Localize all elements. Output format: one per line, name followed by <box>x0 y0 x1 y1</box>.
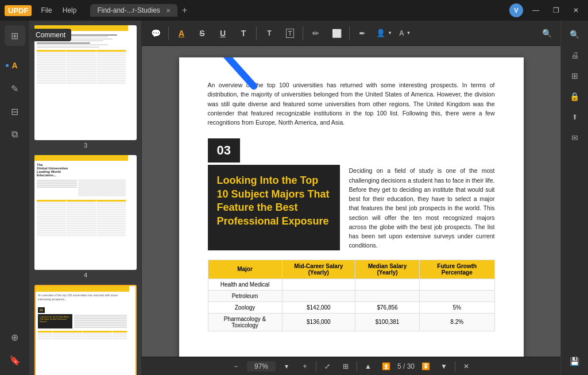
pdf-page: An overview of the top 100 universities … <box>179 57 524 357</box>
chevron-down-icon: ▾ <box>285 362 288 370</box>
double-chevron-up-icon: ⏫ <box>382 362 390 370</box>
highlight-icon: A <box>179 29 184 38</box>
close-bottom-button[interactable]: ✕ <box>459 359 474 374</box>
cell-mid-4: $136,000 <box>282 313 355 331</box>
active-tab[interactable]: Find-and-...r-Studies ✕ <box>90 4 177 17</box>
close-button[interactable]: ✕ <box>568 4 583 17</box>
prev-page-button[interactable]: ▲ <box>361 359 376 374</box>
user-avatar[interactable]: V <box>509 3 523 17</box>
cell-major-3: Zoology <box>208 301 282 313</box>
toolbar-separator-2 <box>256 26 257 40</box>
comment-tool-button[interactable]: 💬 <box>146 24 165 42</box>
search-button[interactable]: 🔍 <box>537 24 556 42</box>
cell-mid-1 <box>282 279 355 290</box>
table-header-major: Major <box>208 260 282 279</box>
table-row: Pharmacology & Toxicology $136,000 $100,… <box>208 313 494 331</box>
next-page-fast-button[interactable]: ⏬ <box>418 359 433 374</box>
user-stamp-dropdown[interactable]: 👤 ▼ <box>374 28 394 38</box>
underline-button[interactable]: U <box>214 24 232 42</box>
right-ocr-button[interactable]: ⊞ <box>566 67 584 85</box>
page-indicator: 5 / 30 <box>397 362 415 370</box>
toolbar-separator-3 <box>303 26 303 40</box>
stamp-dropdown[interactable]: A ▼ <box>397 28 413 38</box>
right-save-button[interactable]: 💾 <box>566 352 584 370</box>
total-pages: 30 <box>407 362 415 370</box>
save-icon: 💾 <box>570 357 579 366</box>
chevron-down-icon2: ▼ <box>440 362 447 370</box>
cell-med-2 <box>355 290 420 301</box>
sidebar-icon-pages[interactable]: ⊞ <box>5 25 25 46</box>
right-search-button[interactable]: 🔍 <box>566 25 584 44</box>
underline-icon: U <box>220 29 226 38</box>
pen-tool-button[interactable]: ✒ <box>353 24 372 42</box>
tab-close-button[interactable]: ✕ <box>166 7 171 14</box>
bottom-bar: − 97% ▾ + ⤢ ⊞ ▲ ⏫ 5 <box>142 357 560 375</box>
table-row: Health and Medical <box>208 279 494 290</box>
menu-help[interactable]: Help <box>58 4 82 17</box>
section-block: Looking Into the Top 10 Subject Majors T… <box>208 165 495 250</box>
text-color-button[interactable]: T <box>234 24 253 42</box>
double-chevron-down-icon: ⏬ <box>421 362 430 370</box>
zoom-out-icon: − <box>234 362 238 370</box>
zoom-dropdown-button[interactable]: ▾ <box>279 359 294 374</box>
table-row: Zoology $142,000 $76,856 5% <box>208 301 494 313</box>
window-controls: V — ❐ ✕ <box>509 3 583 17</box>
strikethrough-icon: S <box>199 29 204 38</box>
fit-page-button[interactable]: ⊞ <box>338 359 353 374</box>
share-icon: ⬆ <box>572 113 578 121</box>
page-separator: / <box>403 362 407 370</box>
zoom-level[interactable]: 97% <box>247 361 276 372</box>
ocr-icon: ⊞ <box>571 71 578 80</box>
mail-icon: ✉ <box>571 133 578 142</box>
fit-page-icon: ⊞ <box>343 362 349 370</box>
organize-icon: ⊟ <box>11 106 18 117</box>
sidebar-icon-bookmark[interactable]: 🔖 <box>5 350 25 370</box>
section-title-box: Looking Into the Top 10 Subject Majors T… <box>208 165 340 250</box>
pencil-button[interactable]: ✏ <box>307 24 325 42</box>
shape-button[interactable]: ⬜ <box>327 24 346 42</box>
highlight-icon: A <box>11 61 17 70</box>
section-number: 03 <box>208 138 240 163</box>
right-share-button[interactable]: ⬆ <box>566 108 584 126</box>
highlight-tool-button[interactable]: A <box>172 24 191 42</box>
right-sidebar: 🔍 🖨 ⊞ 🔒 ⬆ ✉ 💾 <box>560 21 588 375</box>
thumbnail-label-3: 3 <box>34 140 137 150</box>
cell-grow-2 <box>420 290 494 301</box>
add-tab-button[interactable]: + <box>177 4 192 17</box>
tab-bar: Find-and-...r-Studies ✕ + <box>90 4 505 17</box>
sidebar-icon-edit[interactable]: ✎ <box>5 78 25 99</box>
zoom-in-button[interactable]: + <box>297 359 312 374</box>
edit-icon: ✎ <box>11 83 18 94</box>
thumbnail-page-4[interactable]: TheGlobal UniversitiesLeading WorldEduca… <box>34 155 137 280</box>
table-header-midcareer: Mid-Career Salary (Yearly) <box>282 260 355 279</box>
sidebar-icon-layers[interactable]: ⊕ <box>5 327 25 347</box>
cell-grow-1 <box>420 279 494 290</box>
fit-width-button[interactable]: ⤢ <box>320 359 335 374</box>
sidebar-icon-highlight[interactable]: A <box>5 55 25 76</box>
next-page-button[interactable]: ▼ <box>436 359 451 374</box>
maximize-button[interactable]: ❐ <box>548 4 564 17</box>
sidebar-icon-export[interactable]: ⧉ <box>5 124 25 145</box>
right-print-button[interactable]: 🖨 <box>566 46 584 64</box>
right-mail-button[interactable]: ✉ <box>566 129 584 147</box>
cell-grow-4: 8.2% <box>420 313 494 331</box>
textbox-button[interactable]: T <box>281 24 299 42</box>
export-icon: ⧉ <box>11 129 18 140</box>
strikethrough-button[interactable]: S <box>193 24 211 42</box>
app-body: Comment ⊞ A ✎ ⊟ ⧉ ⊕ 🔖 <box>0 21 588 375</box>
minimize-button[interactable]: — <box>528 4 544 17</box>
thumbnail-page-5[interactable]: An overview of the top 100 universities … <box>34 285 137 375</box>
zoom-out-button[interactable]: − <box>229 359 243 374</box>
typewriter-button[interactable]: T <box>260 24 278 42</box>
menu-file[interactable]: File <box>36 4 56 17</box>
sidebar-icon-organize[interactable]: ⊟ <box>5 101 25 122</box>
current-page[interactable]: 5 <box>397 362 401 370</box>
text-color-icon: T <box>241 29 246 38</box>
typewriter-icon: T <box>267 29 271 37</box>
right-lock-button[interactable]: 🔒 <box>566 87 584 106</box>
pdf-viewport[interactable]: An overview of the top 100 universities … <box>142 46 560 357</box>
cell-mid-3: $142,000 <box>282 301 355 313</box>
prev-page-fast-button[interactable]: ⏫ <box>379 359 394 374</box>
table-row: Petroleum <box>208 290 494 301</box>
thumbnail-page-3[interactable]: 3 <box>34 25 137 150</box>
